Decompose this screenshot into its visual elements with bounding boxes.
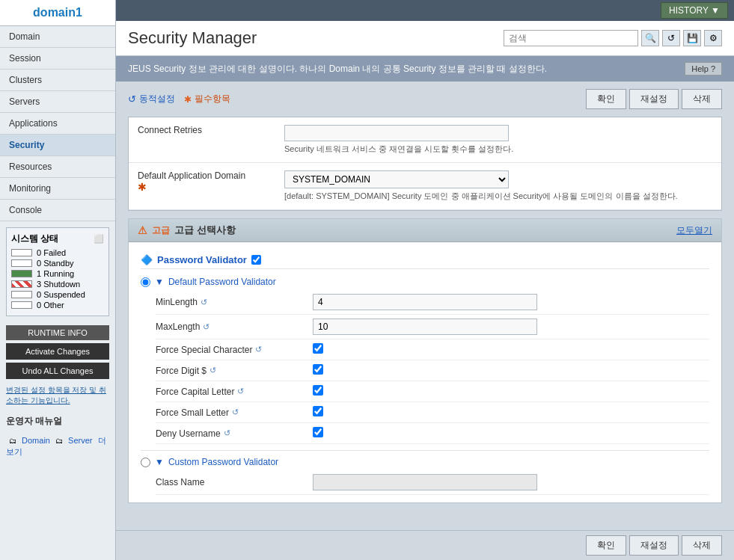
sidebar-item-console[interactable]: Console bbox=[0, 200, 115, 221]
status-other-row: 0 Other bbox=[11, 301, 104, 310]
toggle-icon[interactable]: ⬜ bbox=[94, 234, 104, 244]
operator-manual-title: 운영자 매뉴얼 bbox=[6, 415, 109, 428]
force-capital-checkbox[interactable] bbox=[313, 385, 323, 396]
max-length-input[interactable] bbox=[313, 319, 537, 335]
max-length-row: MaxLength ↺ bbox=[156, 315, 709, 339]
search-button[interactable]: 🔍 bbox=[641, 30, 659, 46]
status-running-count: 1 bbox=[37, 269, 41, 278]
bottom-delete-button[interactable]: 삭제 bbox=[682, 535, 722, 556]
min-length-row: MinLength ↺ bbox=[156, 290, 709, 315]
advanced-section: ⚠ 고급 고급 선택사항 모두열기 🔷 Password Validator bbox=[128, 218, 722, 503]
sidebar-item-domain[interactable]: Domain bbox=[0, 26, 115, 48]
custom-validator-radio[interactable] bbox=[141, 458, 150, 467]
status-other-count: 0 bbox=[37, 301, 41, 310]
min-length-input[interactable] bbox=[313, 294, 537, 310]
confirm-button[interactable]: 확인 bbox=[586, 89, 626, 109]
page-title-bar: Security Manager 🔍 ↺ 💾 ⚙ bbox=[116, 21, 734, 56]
expand-all-link[interactable]: 모두열기 bbox=[676, 224, 712, 237]
connect-retries-field: Security 네트워크 서비스 중 재연결을 시도할 횟수를 설정한다. bbox=[278, 123, 721, 156]
settings-button[interactable]: ⚙ bbox=[704, 30, 722, 46]
sidebar-item-security[interactable]: Security bbox=[0, 135, 115, 156]
default-app-domain-select[interactable]: SYSTEM_DOMAIN bbox=[284, 170, 509, 188]
status-failed-row: 0 Failed bbox=[11, 248, 104, 257]
default-app-domain-field: SYSTEM_DOMAIN [default: SYSTEM_DOMAIN] S… bbox=[278, 169, 721, 203]
undo-all-changes-button[interactable]: Undo ALL Changes bbox=[6, 363, 109, 379]
status-standby-indicator bbox=[11, 259, 32, 267]
delete-button[interactable]: 삭제 bbox=[682, 89, 722, 109]
bottom-reset-button[interactable]: 재설정 bbox=[629, 535, 679, 556]
status-failed-indicator bbox=[11, 249, 32, 256]
force-capital-value bbox=[313, 385, 709, 398]
advanced-title: 고급 선택사항 bbox=[174, 224, 236, 237]
history-button[interactable]: HISTORY ▼ bbox=[661, 2, 728, 19]
runtime-btn-group: RUNTIME INFO Activate Changes Undo ALL C… bbox=[6, 325, 109, 379]
sidebar-item-resources[interactable]: Resources bbox=[0, 156, 115, 178]
force-special-value bbox=[313, 343, 709, 356]
sidebar-logo: domain1 bbox=[0, 0, 115, 26]
force-small-refresh-icon[interactable]: ↺ bbox=[232, 407, 239, 417]
search-input[interactable] bbox=[504, 30, 638, 46]
status-standby-count: 0 bbox=[37, 259, 41, 268]
system-status-box: 시스템 상태 ⬜ 0 Failed 0 Standby 1 Running 3 … bbox=[6, 227, 109, 316]
force-special-checkbox[interactable] bbox=[313, 343, 323, 354]
toolbar-btns: 확인 재설정 삭제 bbox=[586, 89, 722, 109]
sidebar-item-servers[interactable]: Servers bbox=[0, 91, 115, 113]
advanced-body: 🔷 Password Validator ▼ Default Password … bbox=[129, 242, 721, 502]
toolbar-row: ↺ 동적설정 ✱ 필수항목 확인 재설정 삭제 bbox=[128, 89, 722, 109]
deny-username-refresh-icon[interactable]: ↺ bbox=[224, 428, 230, 438]
max-length-label: MaxLength ↺ bbox=[156, 321, 313, 332]
search-bar: 🔍 ↺ 💾 ⚙ bbox=[504, 30, 722, 46]
advanced-header-left: ⚠ 고급 고급 선택사항 bbox=[138, 224, 236, 237]
bottom-toolbar: 확인 재설정 삭제 bbox=[116, 530, 734, 560]
form-section: Connect Retries Security 네트워크 서비스 중 재연결을… bbox=[128, 117, 722, 211]
deny-username-checkbox[interactable] bbox=[313, 427, 323, 437]
force-capital-refresh-icon[interactable]: ↺ bbox=[237, 387, 244, 396]
min-length-value bbox=[313, 294, 709, 310]
force-capital-label: Force Capital Letter ↺ bbox=[156, 387, 313, 397]
max-length-refresh-icon[interactable]: ↺ bbox=[203, 322, 210, 332]
sidebar-item-session[interactable]: Session bbox=[0, 48, 115, 70]
force-special-refresh-icon[interactable]: ↺ bbox=[255, 345, 262, 354]
refresh-button[interactable]: ↺ bbox=[662, 30, 680, 46]
save-button[interactable]: 💾 bbox=[683, 30, 701, 46]
bottom-confirm-button[interactable]: 확인 bbox=[586, 535, 626, 556]
activate-changes-button[interactable]: Activate Changes bbox=[6, 343, 109, 360]
advanced-header[interactable]: ⚠ 고급 고급 선택사항 모두열기 bbox=[129, 219, 721, 242]
required-label: 필수항목 bbox=[195, 93, 230, 105]
deny-username-value bbox=[313, 427, 709, 440]
pw-validator-header: 🔷 Password Validator bbox=[141, 250, 709, 269]
connect-retries-input[interactable] bbox=[284, 125, 509, 141]
sidebar-item-applications[interactable]: Applications bbox=[0, 113, 115, 135]
default-validator-label: Default Password Validator bbox=[168, 277, 276, 287]
custom-validator-header[interactable]: ▼ Custom Password Validator bbox=[141, 457, 709, 467]
default-validator-header[interactable]: ▼ Default Password Validator bbox=[141, 277, 709, 287]
reset-button[interactable]: 재설정 bbox=[629, 89, 679, 109]
runtime-info-button[interactable]: RUNTIME INFO bbox=[6, 325, 109, 340]
force-small-checkbox[interactable] bbox=[313, 406, 323, 416]
status-running-row: 1 Running bbox=[11, 269, 104, 278]
help-button[interactable]: Help ? bbox=[685, 62, 722, 76]
pw-validator-checkbox[interactable] bbox=[251, 255, 261, 265]
custom-validator-label: Custom Password Validator bbox=[168, 457, 278, 467]
force-digit-checkbox[interactable] bbox=[313, 364, 323, 375]
operator-links: 🗂 Domain 🗂 Server 더보기 bbox=[6, 435, 109, 458]
domain-link[interactable]: Domain bbox=[22, 436, 50, 445]
class-name-input[interactable] bbox=[313, 474, 537, 490]
force-digit-refresh-icon[interactable]: ↺ bbox=[210, 366, 216, 375]
advanced-badge: 고급 bbox=[152, 224, 170, 237]
server-icon: 🗂 bbox=[55, 437, 63, 445]
force-small-value bbox=[313, 406, 709, 419]
status-shutdown-label: Shutdown bbox=[43, 280, 80, 289]
sidebar: domain1 Domain Session Clusters Servers … bbox=[0, 0, 116, 560]
default-app-domain-row: Default Application Domain ✱ SYSTEM_DOMA… bbox=[129, 163, 721, 210]
star-icon: ✱ bbox=[184, 94, 192, 105]
status-failed-count: 0 bbox=[37, 248, 41, 257]
force-digit-row: Force Digit $ ↺ bbox=[156, 360, 709, 381]
min-length-refresh-icon[interactable]: ↺ bbox=[201, 298, 207, 307]
sidebar-item-clusters[interactable]: Clusters bbox=[0, 70, 115, 91]
default-validator-radio[interactable] bbox=[141, 277, 150, 287]
status-suspended-row: 0 Suspended bbox=[11, 290, 104, 299]
server-link[interactable]: Server bbox=[68, 436, 92, 445]
sidebar-item-monitoring[interactable]: Monitoring bbox=[0, 178, 115, 200]
dynamic-indicator: ↺ 동적설정 bbox=[128, 93, 175, 105]
